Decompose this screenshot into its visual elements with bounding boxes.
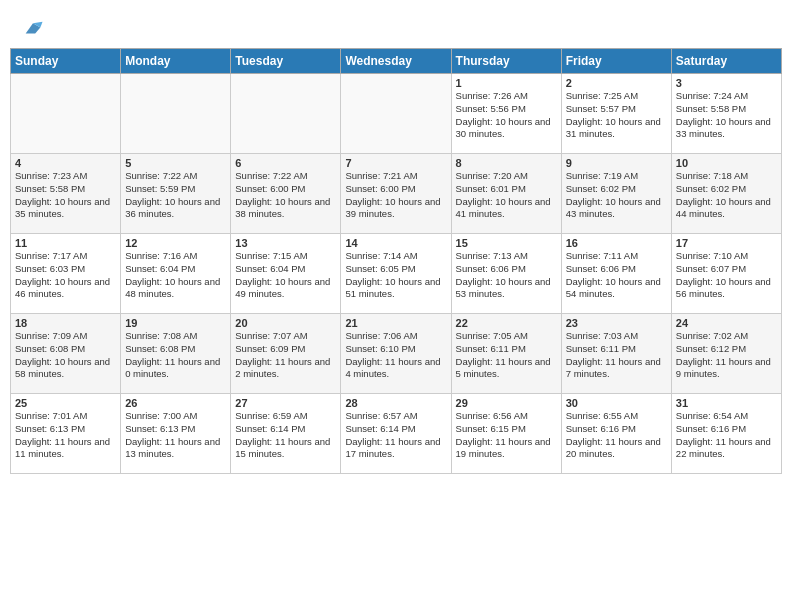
- day-number: 20: [235, 317, 336, 329]
- calendar-cell: 25Sunrise: 7:01 AM Sunset: 6:13 PM Dayli…: [11, 394, 121, 474]
- week-row-2: 4Sunrise: 7:23 AM Sunset: 5:58 PM Daylig…: [11, 154, 782, 234]
- week-row-3: 11Sunrise: 7:17 AM Sunset: 6:03 PM Dayli…: [11, 234, 782, 314]
- day-info: Sunrise: 7:00 AM Sunset: 6:13 PM Dayligh…: [125, 410, 226, 461]
- weekday-header-sunday: Sunday: [11, 49, 121, 74]
- day-info: Sunrise: 7:20 AM Sunset: 6:01 PM Dayligh…: [456, 170, 557, 221]
- calendar-cell: 14Sunrise: 7:14 AM Sunset: 6:05 PM Dayli…: [341, 234, 451, 314]
- day-number: 23: [566, 317, 667, 329]
- day-number: 1: [456, 77, 557, 89]
- calendar-cell: 7Sunrise: 7:21 AM Sunset: 6:00 PM Daylig…: [341, 154, 451, 234]
- day-info: Sunrise: 7:11 AM Sunset: 6:06 PM Dayligh…: [566, 250, 667, 301]
- calendar-cell: [231, 74, 341, 154]
- weekday-header-thursday: Thursday: [451, 49, 561, 74]
- day-number: 21: [345, 317, 446, 329]
- day-number: 3: [676, 77, 777, 89]
- week-row-4: 18Sunrise: 7:09 AM Sunset: 6:08 PM Dayli…: [11, 314, 782, 394]
- day-info: Sunrise: 7:15 AM Sunset: 6:04 PM Dayligh…: [235, 250, 336, 301]
- calendar-cell: 10Sunrise: 7:18 AM Sunset: 6:02 PM Dayli…: [671, 154, 781, 234]
- day-info: Sunrise: 7:06 AM Sunset: 6:10 PM Dayligh…: [345, 330, 446, 381]
- weekday-header-wednesday: Wednesday: [341, 49, 451, 74]
- calendar-cell: 27Sunrise: 6:59 AM Sunset: 6:14 PM Dayli…: [231, 394, 341, 474]
- week-row-1: 1Sunrise: 7:26 AM Sunset: 5:56 PM Daylig…: [11, 74, 782, 154]
- calendar-cell: 18Sunrise: 7:09 AM Sunset: 6:08 PM Dayli…: [11, 314, 121, 394]
- logo-bird-icon: [22, 18, 44, 40]
- week-row-5: 25Sunrise: 7:01 AM Sunset: 6:13 PM Dayli…: [11, 394, 782, 474]
- day-info: Sunrise: 7:24 AM Sunset: 5:58 PM Dayligh…: [676, 90, 777, 141]
- day-info: Sunrise: 7:01 AM Sunset: 6:13 PM Dayligh…: [15, 410, 116, 461]
- calendar-cell: 3Sunrise: 7:24 AM Sunset: 5:58 PM Daylig…: [671, 74, 781, 154]
- day-number: 16: [566, 237, 667, 249]
- day-info: Sunrise: 7:22 AM Sunset: 6:00 PM Dayligh…: [235, 170, 336, 221]
- day-info: Sunrise: 7:23 AM Sunset: 5:58 PM Dayligh…: [15, 170, 116, 221]
- day-info: Sunrise: 7:18 AM Sunset: 6:02 PM Dayligh…: [676, 170, 777, 221]
- calendar-cell: 9Sunrise: 7:19 AM Sunset: 6:02 PM Daylig…: [561, 154, 671, 234]
- day-number: 29: [456, 397, 557, 409]
- day-number: 5: [125, 157, 226, 169]
- day-number: 26: [125, 397, 226, 409]
- day-info: Sunrise: 7:03 AM Sunset: 6:11 PM Dayligh…: [566, 330, 667, 381]
- day-number: 7: [345, 157, 446, 169]
- logo-general: [20, 18, 44, 40]
- calendar-cell: 22Sunrise: 7:05 AM Sunset: 6:11 PM Dayli…: [451, 314, 561, 394]
- calendar-cell: 8Sunrise: 7:20 AM Sunset: 6:01 PM Daylig…: [451, 154, 561, 234]
- day-info: Sunrise: 7:07 AM Sunset: 6:09 PM Dayligh…: [235, 330, 336, 381]
- day-number: 31: [676, 397, 777, 409]
- day-info: Sunrise: 7:09 AM Sunset: 6:08 PM Dayligh…: [15, 330, 116, 381]
- calendar-cell: 31Sunrise: 6:54 AM Sunset: 6:16 PM Dayli…: [671, 394, 781, 474]
- day-info: Sunrise: 7:26 AM Sunset: 5:56 PM Dayligh…: [456, 90, 557, 141]
- calendar-cell: 19Sunrise: 7:08 AM Sunset: 6:08 PM Dayli…: [121, 314, 231, 394]
- weekday-header-saturday: Saturday: [671, 49, 781, 74]
- day-number: 15: [456, 237, 557, 249]
- day-number: 18: [15, 317, 116, 329]
- calendar-cell: [121, 74, 231, 154]
- day-info: Sunrise: 6:59 AM Sunset: 6:14 PM Dayligh…: [235, 410, 336, 461]
- day-info: Sunrise: 7:19 AM Sunset: 6:02 PM Dayligh…: [566, 170, 667, 221]
- day-info: Sunrise: 7:21 AM Sunset: 6:00 PM Dayligh…: [345, 170, 446, 221]
- day-info: Sunrise: 6:56 AM Sunset: 6:15 PM Dayligh…: [456, 410, 557, 461]
- weekday-header-monday: Monday: [121, 49, 231, 74]
- weekday-header-tuesday: Tuesday: [231, 49, 341, 74]
- day-info: Sunrise: 7:08 AM Sunset: 6:08 PM Dayligh…: [125, 330, 226, 381]
- logo: [20, 18, 44, 40]
- day-info: Sunrise: 7:14 AM Sunset: 6:05 PM Dayligh…: [345, 250, 446, 301]
- calendar-cell: [11, 74, 121, 154]
- day-number: 13: [235, 237, 336, 249]
- calendar-cell: 16Sunrise: 7:11 AM Sunset: 6:06 PM Dayli…: [561, 234, 671, 314]
- day-info: Sunrise: 6:57 AM Sunset: 6:14 PM Dayligh…: [345, 410, 446, 461]
- calendar-cell: 21Sunrise: 7:06 AM Sunset: 6:10 PM Dayli…: [341, 314, 451, 394]
- day-number: 2: [566, 77, 667, 89]
- calendar-cell: 13Sunrise: 7:15 AM Sunset: 6:04 PM Dayli…: [231, 234, 341, 314]
- calendar-table: SundayMondayTuesdayWednesdayThursdayFrid…: [10, 48, 782, 474]
- calendar-cell: 15Sunrise: 7:13 AM Sunset: 6:06 PM Dayli…: [451, 234, 561, 314]
- calendar-cell: 26Sunrise: 7:00 AM Sunset: 6:13 PM Dayli…: [121, 394, 231, 474]
- day-number: 28: [345, 397, 446, 409]
- calendar-cell: 2Sunrise: 7:25 AM Sunset: 5:57 PM Daylig…: [561, 74, 671, 154]
- weekday-header-friday: Friday: [561, 49, 671, 74]
- day-number: 14: [345, 237, 446, 249]
- calendar-cell: 24Sunrise: 7:02 AM Sunset: 6:12 PM Dayli…: [671, 314, 781, 394]
- calendar-cell: 23Sunrise: 7:03 AM Sunset: 6:11 PM Dayli…: [561, 314, 671, 394]
- day-number: 19: [125, 317, 226, 329]
- day-info: Sunrise: 7:25 AM Sunset: 5:57 PM Dayligh…: [566, 90, 667, 141]
- day-info: Sunrise: 7:05 AM Sunset: 6:11 PM Dayligh…: [456, 330, 557, 381]
- day-info: Sunrise: 6:54 AM Sunset: 6:16 PM Dayligh…: [676, 410, 777, 461]
- day-number: 9: [566, 157, 667, 169]
- day-number: 8: [456, 157, 557, 169]
- day-info: Sunrise: 7:16 AM Sunset: 6:04 PM Dayligh…: [125, 250, 226, 301]
- calendar-cell: 29Sunrise: 6:56 AM Sunset: 6:15 PM Dayli…: [451, 394, 561, 474]
- weekday-header-row: SundayMondayTuesdayWednesdayThursdayFrid…: [11, 49, 782, 74]
- day-number: 27: [235, 397, 336, 409]
- calendar-cell: 30Sunrise: 6:55 AM Sunset: 6:16 PM Dayli…: [561, 394, 671, 474]
- calendar-cell: 1Sunrise: 7:26 AM Sunset: 5:56 PM Daylig…: [451, 74, 561, 154]
- calendar-cell: 17Sunrise: 7:10 AM Sunset: 6:07 PM Dayli…: [671, 234, 781, 314]
- day-info: Sunrise: 7:10 AM Sunset: 6:07 PM Dayligh…: [676, 250, 777, 301]
- calendar-cell: 5Sunrise: 7:22 AM Sunset: 5:59 PM Daylig…: [121, 154, 231, 234]
- calendar-cell: 6Sunrise: 7:22 AM Sunset: 6:00 PM Daylig…: [231, 154, 341, 234]
- day-info: Sunrise: 7:13 AM Sunset: 6:06 PM Dayligh…: [456, 250, 557, 301]
- calendar-cell: 28Sunrise: 6:57 AM Sunset: 6:14 PM Dayli…: [341, 394, 451, 474]
- day-number: 30: [566, 397, 667, 409]
- calendar-cell: 20Sunrise: 7:07 AM Sunset: 6:09 PM Dayli…: [231, 314, 341, 394]
- day-info: Sunrise: 7:02 AM Sunset: 6:12 PM Dayligh…: [676, 330, 777, 381]
- day-info: Sunrise: 7:22 AM Sunset: 5:59 PM Dayligh…: [125, 170, 226, 221]
- day-number: 4: [15, 157, 116, 169]
